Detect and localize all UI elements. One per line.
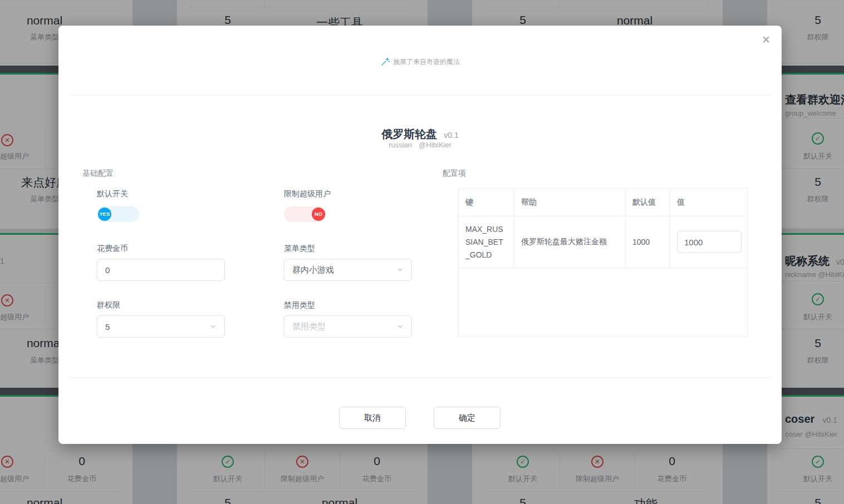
col-header-value: 值 — [670, 189, 748, 216]
plugin-author: @HibiKier — [419, 141, 452, 149]
table-header-row: 键 帮助 默认值 值 — [459, 189, 748, 216]
limit-superuser-toggle[interactable]: NO — [284, 206, 326, 222]
config-value-input[interactable] — [677, 231, 742, 253]
confirm-button[interactable]: 确定 — [434, 407, 500, 429]
magic-wand-icon — [380, 57, 390, 67]
cost-gold-input[interactable] — [97, 259, 225, 281]
group-level-value: 5 — [105, 322, 110, 332]
section-config-items: 配置项 — [443, 169, 466, 179]
chevron-down-icon — [397, 323, 404, 330]
header-divider — [70, 95, 771, 96]
plugin-version: v0.1 — [444, 131, 458, 140]
footer-divider — [70, 378, 771, 378]
toggle-knob: NO — [312, 207, 325, 221]
cost-gold-label: 花费金币 — [97, 244, 128, 254]
limit-superuser-label: 限制超级用户 — [284, 189, 331, 199]
section-basic-config: 基础配置 — [82, 169, 114, 179]
close-icon[interactable]: ✕ — [762, 34, 771, 45]
config-value-cell — [670, 216, 748, 268]
toggle-knob: YES — [98, 207, 111, 221]
modal-header: 施展了来自奇迹的魔法 — [58, 57, 782, 67]
plugin-config-modal: ✕ 施展了来自奇迹的魔法 俄罗斯轮盘v0.1 russian@HibiKier … — [58, 26, 782, 444]
config-default-cell: 1000 — [626, 216, 670, 268]
page-title: 俄罗斯轮盘 — [381, 128, 437, 140]
plugin-module: russian — [389, 141, 412, 149]
chevron-down-icon — [210, 323, 217, 330]
table-empty-area — [459, 268, 748, 337]
default-switch-label: 默认开关 — [97, 189, 128, 199]
plugin-subtitle: russian@HibiKier — [58, 141, 782, 149]
block-type-select[interactable]: 禁用类型 — [284, 315, 412, 338]
magic-caption: 施展了来自奇迹的魔法 — [393, 57, 460, 67]
block-type-placeholder: 禁用类型 — [292, 322, 326, 332]
table-row: MAX_RUSSIAN_BET_GOLD 俄罗斯轮盘最大赌注金额 1000 — [459, 216, 748, 268]
config-items-table: 键 帮助 默认值 值 MAX_RUSSIAN_BET_GOLD 俄罗斯轮盘最大赌… — [458, 188, 748, 337]
table-empty-row — [459, 268, 748, 337]
col-header-key: 键 — [459, 189, 514, 216]
block-type-label: 禁用类型 — [284, 300, 315, 310]
menu-type-label: 菜单类型 — [284, 244, 315, 254]
config-help-cell: 俄罗斯轮盘最大赌注金额 — [514, 216, 626, 268]
screen: normal 菜单类型 5 一些工具 5 normal 5 群权限 查看群欢迎消… — [0, 0, 844, 504]
chevron-down-icon — [397, 266, 404, 273]
config-key-cell: MAX_RUSSIAN_BET_GOLD — [459, 216, 514, 268]
menu-type-value: 群内小游戏 — [292, 265, 334, 275]
menu-type-select[interactable]: 群内小游戏 — [284, 259, 412, 281]
plugin-title-row: 俄罗斯轮盘v0.1 — [58, 127, 782, 142]
group-level-label: 群权限 — [97, 300, 120, 310]
cancel-button[interactable]: 取消 — [339, 407, 406, 429]
col-header-help: 帮助 — [514, 189, 626, 216]
group-level-select[interactable]: 5 — [97, 315, 225, 338]
default-switch-toggle[interactable]: YES — [97, 206, 139, 222]
col-header-default: 默认值 — [626, 189, 670, 216]
